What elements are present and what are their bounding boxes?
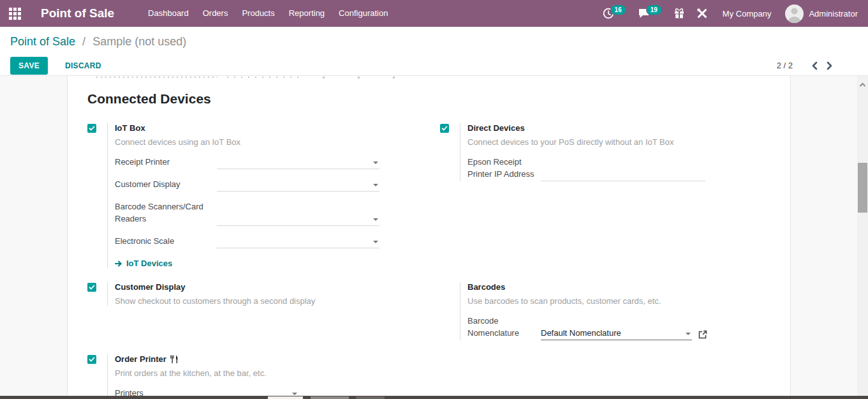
vertical-scrollbar[interactable]	[857, 76, 868, 399]
message-count-badge: 19	[646, 4, 662, 15]
breadcrumb: Point of Sale / Sample (not used)	[10, 35, 186, 49]
electronic-scale-select[interactable]	[217, 236, 379, 248]
main-nav: Dashboard Orders Products Reporting Conf…	[141, 0, 395, 27]
iot-devices-link[interactable]: IoT Devices	[115, 259, 440, 268]
field-barcode-nomenclature: Barcode Nomenclature Default Nomenclatur…	[467, 315, 791, 340]
control-panel: Point of Sale / Sample (not used) SAVE D…	[0, 27, 868, 76]
company-switcher[interactable]: My Company	[714, 9, 781, 19]
caret-down-icon	[373, 218, 378, 221]
external-link-icon	[698, 330, 707, 339]
settings-grid: IoT Box Connect devices using an IoT Box…	[68, 107, 790, 396]
caret-down-icon	[686, 333, 691, 335]
field-printers: Printers	[115, 387, 440, 396]
pager-previous-button[interactable]	[807, 61, 822, 70]
nav-reporting[interactable]: Reporting	[282, 0, 332, 27]
nav-dashboard[interactable]: Dashboard	[141, 0, 196, 27]
iot-box-title: IoT Box	[115, 123, 440, 133]
printers-label: Printers	[115, 387, 152, 396]
nav-products[interactable]: Products	[235, 0, 281, 27]
barcode-nomenclature-label: Barcode Nomenclature	[467, 315, 541, 340]
receipt-printer-select[interactable]	[217, 156, 379, 169]
direct-devices-title: Direct Devices	[467, 123, 791, 133]
barcode-scanners-label: Barcode Scanners/Card Readers	[115, 200, 217, 226]
messages-button[interactable]: 19	[632, 0, 668, 27]
caret-down-icon	[373, 241, 378, 243]
barcode-nomenclature-select[interactable]: Default Nomenclature	[541, 327, 692, 340]
customer-display-select[interactable]	[217, 179, 379, 192]
setting-barcodes: Barcodes Use barcodes to scan products, …	[440, 282, 791, 340]
field-electronic-scale: Electronic Scale	[115, 235, 440, 248]
activities-button[interactable]: 16	[597, 0, 632, 27]
epson-ip-input[interactable]	[541, 169, 705, 181]
save-button[interactable]: SAVE	[10, 57, 48, 75]
caret-down-icon	[373, 184, 378, 186]
clipped-scrolled-text	[96, 77, 425, 80]
cutlery-icon	[170, 355, 179, 363]
user-name: Administrator	[809, 9, 858, 19]
pager-next-button[interactable]	[822, 61, 837, 70]
direct-devices-checkbox[interactable]	[440, 124, 449, 133]
order-printer-checkbox[interactable]	[87, 355, 96, 364]
iot-box-checkbox[interactable]	[87, 124, 96, 133]
scrollbar-thumb[interactable]	[858, 163, 867, 213]
bottom-bar-fragment	[356, 396, 385, 399]
order-printer-subtitle: Print orders at the kitchen, at the bar,…	[115, 368, 440, 378]
navbar-systray: 16 19 My Company	[597, 0, 868, 27]
setting-order-printer: Order Printer	[87, 354, 440, 396]
breadcrumb-current: Sample (not used)	[92, 35, 186, 48]
order-printer-title: Order Printer	[115, 354, 166, 364]
gift-icon	[673, 8, 685, 19]
field-receipt-printer: Receipt Printer	[115, 156, 440, 169]
barcodes-title: Barcodes	[467, 282, 791, 292]
field-epson-ip: Epson Receipt Printer IP Address	[467, 156, 791, 181]
field-barcode-scanners: Barcode Scanners/Card Readers	[115, 200, 440, 226]
direct-devices-subtitle: Connect devices to your PoS directly wit…	[467, 137, 791, 147]
bottom-bar-fragment	[311, 396, 349, 399]
chevron-right-icon	[827, 61, 833, 70]
printers-select[interactable]	[152, 388, 298, 396]
crossed-tools-icon	[696, 8, 708, 19]
receipt-printer-label: Receipt Printer	[115, 156, 217, 169]
barcode-nomenclature-open-button[interactable]	[698, 330, 707, 340]
check-icon	[89, 125, 95, 132]
bottom-bar-fragment	[268, 396, 303, 399]
check-icon	[89, 284, 95, 290]
user-avatar-icon	[785, 4, 804, 23]
discard-button[interactable]: DISCARD	[57, 57, 110, 75]
barcodes-subtitle: Use barcodes to scan products, customer …	[467, 296, 791, 306]
scrollbar-up-button[interactable]	[857, 80, 868, 90]
support-button[interactable]	[691, 0, 714, 27]
iot-box-subtitle: Connect devices using an IoT Box	[115, 137, 440, 147]
caret-down-icon	[373, 162, 378, 164]
nav-orders[interactable]: Orders	[196, 0, 235, 27]
arrow-right-icon	[115, 260, 122, 267]
electronic-scale-label: Electronic Scale	[115, 235, 217, 248]
app-title[interactable]: Point of Sale	[41, 6, 114, 20]
section-title: Connected Devices	[68, 76, 790, 107]
barcode-scanners-select[interactable]	[217, 213, 379, 226]
rewards-button[interactable]	[668, 0, 691, 27]
field-customer-display: Customer Display	[115, 178, 440, 192]
activity-count-badge: 16	[610, 4, 626, 15]
content-area: Connected Devices IoT Box Connect device…	[0, 76, 868, 396]
bottom-clipped-bar	[0, 396, 868, 399]
caret-down-icon	[292, 393, 297, 395]
form-action-buttons: SAVE DISCARD	[10, 57, 110, 75]
breadcrumb-parent-link[interactable]: Point of Sale	[10, 35, 75, 48]
apps-menu-button[interactable]	[0, 0, 29, 27]
customer-display-label: Customer Display	[115, 178, 217, 192]
nav-configuration[interactable]: Configuration	[332, 0, 395, 27]
chevron-up-icon	[859, 82, 866, 87]
setting-direct-devices: Direct Devices Connect devices to your P…	[440, 123, 791, 268]
pager-count: 2 / 2	[777, 61, 793, 70]
user-menu[interactable]: Administrator	[780, 4, 863, 23]
check-icon	[89, 356, 95, 363]
top-navbar: Point of Sale Dashboard Orders Products …	[0, 0, 868, 27]
grid-menu-icon	[9, 8, 21, 20]
customer-display-checkbox[interactable]	[87, 283, 96, 292]
customer-display-subtitle: Show checkout to customers through a sec…	[115, 296, 440, 306]
settings-sheet: Connected Devices IoT Box Connect device…	[67, 76, 791, 396]
chevron-left-icon	[811, 61, 818, 70]
record-pager: 2 / 2	[777, 61, 837, 70]
customer-display-title: Customer Display	[115, 282, 440, 292]
